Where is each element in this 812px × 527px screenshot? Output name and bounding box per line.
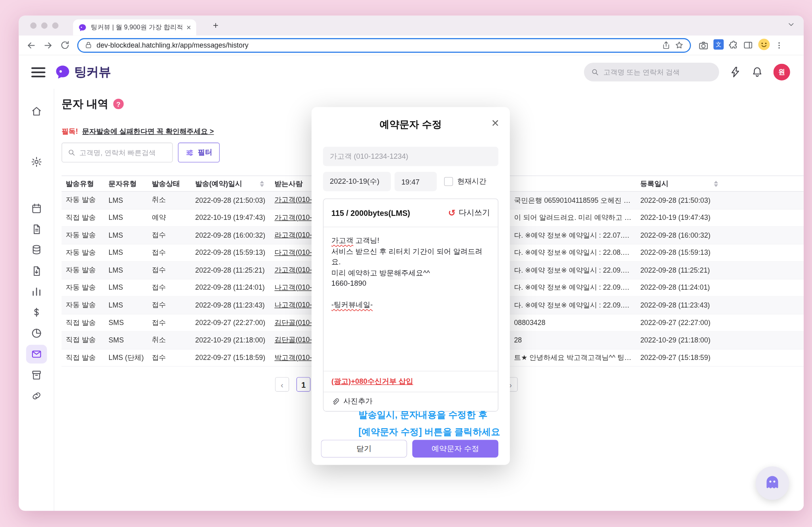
tab-search-chevron-icon[interactable] — [787, 20, 795, 31]
cell-scheduled-at: 2022-10-29 (21:18:00) — [191, 336, 270, 344]
browser-menu-dots-icon[interactable] — [775, 41, 783, 49]
cell-status: 접수 — [147, 248, 191, 258]
cell-registered-at: 2022-10-29 (21:18:00) — [633, 336, 724, 344]
ad-optout-insert-link[interactable]: (광고)+080수신거부 삽입 — [331, 377, 413, 387]
cell-msg-type: LMS — [104, 231, 147, 239]
window-controls[interactable] — [19, 23, 58, 29]
col-status: 발송상태 — [147, 179, 191, 188]
document-icon[interactable] — [26, 220, 47, 238]
cell-status: 접수 — [147, 231, 191, 240]
compose-toolbar: 115 / 2000bytes(LMS) ↺ 다시쓰기 — [324, 199, 498, 227]
edit-scheduled-message-modal: 예약문자 수정 ✕ 현재시간 115 / 2000bytes(LMS) ↺ 다시… — [312, 107, 510, 465]
side-panel-icon[interactable] — [743, 40, 753, 50]
message-line: 미리 예약하고 방문해주세요^^ — [331, 267, 490, 278]
new-tab-button[interactable]: + — [213, 20, 218, 31]
cell-msg-type: LMS — [104, 301, 147, 309]
cell-send-type: 자동 발송 — [61, 196, 104, 205]
cell-scheduled-at: 2022-09-28 (11:24:01) — [191, 284, 270, 292]
sort-icon[interactable] — [260, 181, 264, 187]
rewrite-button[interactable]: ↺ 다시쓰기 — [448, 208, 490, 219]
file-import-icon[interactable] — [26, 262, 47, 280]
modal-close-icon[interactable]: ✕ — [491, 118, 500, 128]
cell-send-type: 자동 발송 — [61, 231, 104, 240]
global-search-input[interactable] — [603, 68, 712, 76]
home-icon[interactable] — [26, 102, 47, 121]
quick-actions-bolt-icon[interactable] — [730, 66, 741, 78]
global-search[interactable] — [584, 63, 719, 81]
close-modal-button[interactable]: 닫기 — [321, 440, 407, 458]
cell-status: 예약 — [147, 213, 191, 223]
calendar-icon[interactable] — [26, 199, 47, 217]
extensions-puzzle-icon[interactable] — [728, 40, 738, 50]
recipient-field[interactable] — [323, 147, 498, 166]
browser-tab-strip: 팅커뷰 | 월 9,900원 가장 합리적인 × + — [19, 15, 804, 35]
pagination-page-1-button[interactable]: 1 — [297, 377, 311, 392]
cell-send-type: 자동 발송 — [61, 300, 104, 310]
lock-icon — [84, 41, 92, 49]
hamburger-menu-icon[interactable] — [31, 67, 46, 77]
filter-sliders-icon — [185, 148, 194, 157]
col-scheduled-at[interactable]: 발송(예약)일시 — [191, 179, 270, 188]
close-window-button[interactable] — [30, 23, 36, 29]
quick-search-input[interactable] — [79, 148, 167, 156]
screenshot-camera-icon[interactable] — [698, 40, 709, 50]
reload-icon[interactable] — [57, 38, 72, 52]
cell-registered-at: 2022-09-28 (16:00:32) — [633, 231, 724, 239]
col-send-type: 발송유형 — [61, 179, 104, 188]
app-logo[interactable]: 팅커뷰 — [55, 64, 111, 81]
translate-icon[interactable]: 文 — [713, 39, 724, 52]
page-title: 문자 내역 — [61, 96, 108, 111]
pagination-prev-button[interactable]: ‹ — [275, 377, 289, 392]
cell-msg-type: LMS — [104, 266, 147, 274]
share-icon[interactable] — [662, 41, 670, 50]
modal-title: 예약문자 수정 — [323, 107, 498, 132]
cell-registered-at: 2022-10-19 (19:47:43) — [633, 214, 724, 222]
message-line: 1660-1890 — [331, 278, 490, 289]
submit-edit-button[interactable]: 예약문자 수정 — [412, 440, 498, 458]
back-icon[interactable] — [24, 38, 39, 52]
sort-icon[interactable] — [714, 181, 718, 187]
forward-icon[interactable] — [41, 38, 56, 52]
url-text[interactable]: dev-blockdeal.hatchling.kr/app/messages/… — [96, 41, 657, 49]
url-bar[interactable]: dev-blockdeal.hatchling.kr/app/messages/… — [77, 38, 691, 52]
chat-widget-button[interactable] — [756, 466, 789, 500]
minimize-window-button[interactable] — [41, 23, 48, 29]
pie-chart-icon[interactable] — [26, 324, 47, 342]
col-registered-at[interactable]: 등록일시 — [633, 179, 724, 188]
message-line: 서비스 받으신 후 리터치 기간이 되어 알려드려요. — [331, 246, 490, 267]
cell-registered-at: 2022-09-27 (15:18:59) — [633, 354, 724, 362]
statistics-bars-icon[interactable] — [26, 282, 47, 301]
cell-scheduled-at: 2022-09-27 (15:18:59) — [191, 354, 270, 362]
cell-status: 접수 — [147, 265, 191, 275]
link-icon[interactable] — [26, 387, 47, 405]
time-field[interactable] — [395, 172, 437, 191]
cell-registered-at: 2022-09-28 (11:25:21) — [633, 266, 724, 274]
cell-scheduled-at: 2022-09-28 (11:23:43) — [191, 301, 270, 309]
now-checkbox[interactable] — [444, 177, 453, 186]
messages-mail-icon[interactable] — [26, 345, 47, 364]
browser-profile-avatar[interactable] — [758, 38, 770, 52]
tab-close-icon[interactable]: × — [186, 23, 191, 31]
notifications-bell-icon[interactable] — [751, 66, 763, 78]
cell-scheduled-at: 2022-09-28 (11:25:21) — [191, 266, 270, 274]
cell-status: 접수 — [147, 353, 191, 362]
storage-archive-icon[interactable] — [26, 365, 47, 384]
date-field[interactable] — [323, 172, 391, 191]
user-avatar[interactable]: 원 — [774, 64, 790, 81]
notice-link[interactable]: 문자발송에 실패한다면 꼭 확인해주세요 > — [82, 127, 214, 136]
message-line: 가고객 고객님! — [331, 235, 490, 246]
database-icon[interactable] — [26, 240, 47, 259]
message-textarea[interactable]: 가고객 고객님! 서비스 받으신 후 리터치 기간이 되어 알려드려요. 미리 … — [324, 227, 498, 371]
zoom-window-button[interactable] — [52, 23, 59, 29]
filter-button[interactable]: 필터 — [178, 142, 220, 162]
bookmark-star-icon[interactable] — [675, 41, 684, 50]
notice-tag: 필독! — [61, 127, 78, 136]
browser-tab[interactable]: 팅커뷰 | 월 9,900원 가장 합리적인 × — [73, 19, 196, 36]
cell-send-type: 자동 발송 — [61, 283, 104, 292]
help-badge[interactable]: ? — [113, 99, 123, 109]
quick-search[interactable] — [61, 142, 172, 162]
settings-gear-icon[interactable] — [26, 152, 47, 171]
cell-registered-at: 2022-09-28 (21:50:03) — [633, 196, 724, 204]
stage: 팅커뷰 | 월 9,900원 가장 합리적인 × + dev-blockdeal… — [0, 0, 812, 527]
sales-dollar-icon[interactable] — [26, 303, 47, 321]
